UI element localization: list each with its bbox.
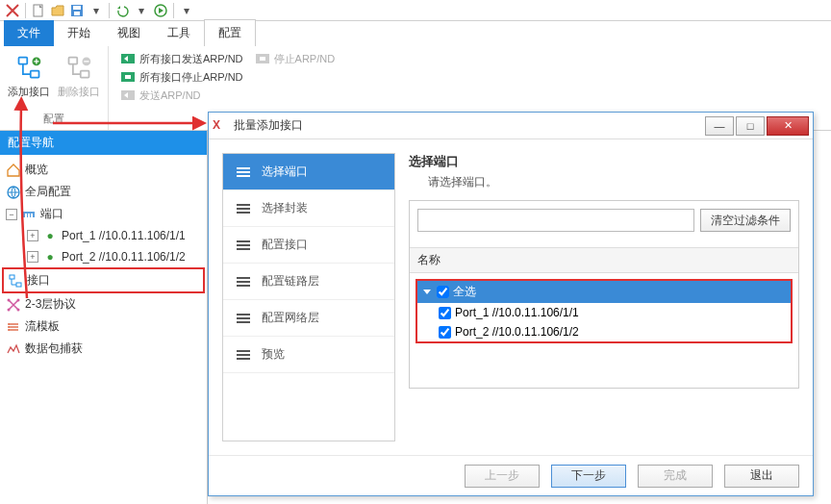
chevron-down-icon (423, 290, 431, 294)
hamburger-icon (237, 277, 250, 287)
select-all-label: 全选 (453, 284, 476, 300)
bulk-add-interface-dialog: X 批量添加接口 — □ ✕ 选择端口 选择封装 配置接口 配置链路层 配置网络… (208, 112, 814, 496)
hamburger-icon (237, 167, 250, 177)
menu-tab-tools[interactable]: 工具 (154, 20, 204, 46)
svg-point-27 (17, 308, 20, 311)
wizard-step-list: 选择端口 选择封装 配置接口 配置链路层 配置网络层 预览 (222, 153, 395, 441)
separator (25, 3, 26, 18)
step-preview[interactable]: 预览 (223, 337, 394, 373)
tree-label: 2-3层协议 (25, 296, 76, 313)
step-content-desc: 请选择端口。 (409, 174, 799, 190)
port-label: Port_2 //10.0.11.106/1/2 (455, 325, 579, 339)
step-select-encap[interactable]: 选择封装 (223, 190, 394, 227)
svg-point-29 (8, 326, 10, 328)
step-select-port[interactable]: 选择端口 (223, 154, 394, 190)
expand-icon[interactable]: + (27, 251, 38, 263)
hamburger-icon (237, 204, 250, 214)
new-file-icon[interactable] (30, 2, 47, 19)
ribbon-group-config: 添加接口 删除接口 配置 (0, 46, 109, 130)
minimize-button[interactable]: — (705, 116, 734, 136)
svg-rect-20 (28, 214, 30, 217)
svg-rect-22 (10, 275, 14, 279)
globe-icon (6, 185, 21, 200)
send-arp-all-button[interactable]: 所有接口发送ARP/ND (116, 50, 247, 67)
tree-item-interface[interactable]: 接口 (2, 267, 205, 293)
status-dot-icon: ● (42, 228, 58, 243)
protocol-icon (6, 297, 21, 313)
clear-filter-button[interactable]: 清空过滤条件 (700, 209, 791, 232)
port-checkbox[interactable] (439, 326, 451, 339)
tree-item-port1[interactable]: + ● Port_1 //10.0.11.106/1/1 (2, 225, 205, 246)
svg-point-26 (8, 308, 11, 311)
select-all-row[interactable]: 全选 (417, 281, 791, 303)
hamburger-icon (237, 314, 250, 323)
tree-item-overview[interactable]: 概览 (2, 159, 205, 181)
close-button[interactable]: ✕ (767, 116, 809, 136)
interface-icon (8, 273, 23, 289)
menu-tab-config[interactable]: 配置 (204, 19, 256, 46)
send-arp-label: 发送ARP/ND (139, 88, 201, 103)
collapse-icon[interactable]: − (6, 209, 17, 220)
step-label: 配置接口 (262, 237, 308, 253)
save-dropdown-icon[interactable]: ▾ (88, 2, 105, 19)
nav-header: 配置导航 (0, 131, 207, 155)
expand-icon[interactable]: + (27, 230, 38, 241)
step-config-link[interactable]: 配置链路层 (223, 264, 394, 300)
open-folder-icon[interactable] (49, 2, 66, 19)
menu-bar: 文件 开始 视图 工具 配置 (0, 21, 831, 46)
svg-point-25 (17, 298, 20, 301)
tree-item-capture[interactable]: 数据包捕获 (2, 338, 205, 360)
port-list-panel: 全选 Port_1 //10.0.11.106/1/1 Port_2 //10.… (416, 279, 793, 343)
add-interface-button[interactable]: 添加接口 (6, 48, 52, 99)
select-all-checkbox[interactable] (437, 286, 449, 298)
svg-rect-8 (69, 58, 78, 64)
step-config-interface[interactable]: 配置接口 (223, 227, 394, 264)
port-icon (21, 207, 37, 222)
stop-arp-button: 停止ARP/ND (251, 50, 340, 67)
tree-item-protocol[interactable]: 2-3层协议 (2, 293, 205, 315)
filter-input[interactable] (417, 209, 694, 232)
add-interface-label: 添加接口 (8, 85, 50, 99)
delete-interface-button: 删除接口 (56, 48, 102, 99)
tree-item-port2[interactable]: + ● Port_2 //10.0.11.106/1/2 (2, 246, 205, 267)
svg-rect-16 (260, 57, 265, 61)
tree-label: 概览 (25, 162, 48, 178)
port-checkbox[interactable] (439, 307, 451, 319)
dialog-title: 批量添加接口 (234, 117, 703, 134)
exit-button[interactable]: 退出 (724, 465, 799, 488)
quick-access-toolbar: ▾ ▾ ▾ (0, 0, 831, 21)
tree-item-global[interactable]: 全局配置 (2, 181, 205, 203)
run-icon[interactable] (152, 2, 169, 19)
separator (109, 3, 110, 18)
tree-label: 端口 (40, 206, 63, 222)
port-row[interactable]: Port_2 //10.0.11.106/1/2 (417, 322, 791, 341)
step-config-network[interactable]: 配置网络层 (223, 300, 394, 337)
dialog-footer: 上一步 下一步 完成 退出 (209, 455, 813, 495)
port-label: Port_1 //10.0.11.106/1/1 (455, 306, 579, 319)
svg-rect-3 (74, 12, 80, 15)
delete-interface-label: 删除接口 (58, 85, 100, 99)
port-row[interactable]: Port_1 //10.0.11.106/1/1 (417, 303, 791, 322)
port-list-header: 名称 (410, 248, 798, 273)
stop-arp-all-button[interactable]: 所有接口停止ARP/ND (116, 68, 247, 86)
overflow-icon[interactable]: ▾ (178, 2, 195, 19)
send-arp-button: 发送ARP/ND (116, 87, 247, 104)
menu-tab-view[interactable]: 视图 (104, 20, 154, 46)
step-label: 配置网络层 (262, 310, 319, 326)
redo-dropdown-icon[interactable]: ▾ (133, 2, 150, 19)
undo-icon[interactable] (113, 2, 131, 19)
hamburger-icon (237, 240, 250, 250)
menu-tab-file[interactable]: 文件 (4, 20, 54, 46)
maximize-button[interactable]: □ (736, 116, 765, 136)
tree-item-template[interactable]: 流模板 (2, 315, 205, 338)
svg-rect-19 (25, 214, 27, 217)
menu-tab-start[interactable]: 开始 (54, 20, 104, 46)
next-button[interactable]: 下一步 (551, 465, 626, 488)
tree-label: 流模板 (25, 318, 60, 335)
step-label: 预览 (262, 346, 285, 363)
wizard-content: 选择端口 请选择端口。 清空过滤条件 名称 全选 (409, 153, 799, 441)
finish-button: 完成 (638, 465, 713, 488)
save-icon[interactable] (68, 2, 86, 19)
dialog-titlebar[interactable]: X 批量添加接口 — □ ✕ (209, 113, 813, 139)
tree-item-ports[interactable]: − 端口 (2, 203, 205, 225)
